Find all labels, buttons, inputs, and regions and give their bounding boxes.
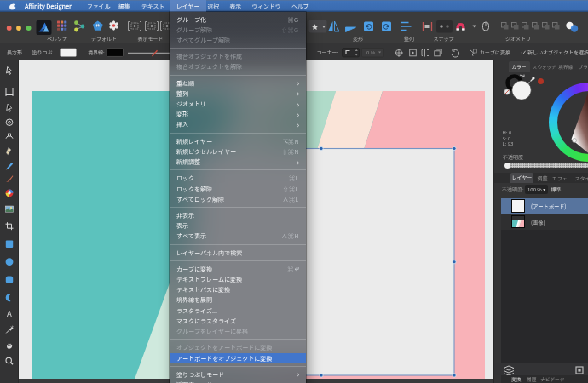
svg-text:0 %: 0 % — [366, 49, 376, 56]
svg-text:A: A — [7, 307, 12, 319]
